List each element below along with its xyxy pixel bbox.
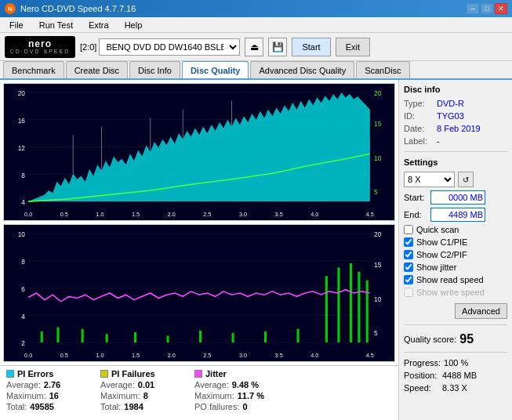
pi-errors-color	[6, 370, 14, 378]
svg-text:20: 20	[374, 230, 381, 238]
app-icon: N	[5, 3, 16, 14]
svg-text:0.5: 0.5	[60, 210, 68, 217]
svg-text:10: 10	[18, 230, 25, 238]
svg-rect-48	[350, 263, 352, 342]
speed-selector[interactable]: 8 X	[404, 172, 455, 187]
quick-scan-checkbox[interactable]	[404, 225, 413, 234]
show-jitter-label: Show jitter	[416, 262, 456, 272]
show-c1pie-label: Show C1/PIE	[416, 237, 467, 247]
toolbar: nero CD·DVD SPEED [2:0] BENQ DVD DD DW16…	[0, 33, 512, 61]
svg-rect-39	[106, 334, 108, 342]
svg-text:10: 10	[374, 154, 381, 162]
pi-errors-avg: 2.76	[44, 380, 60, 389]
quality-score-value: 95	[459, 332, 474, 346]
drive-label: [2:0]	[80, 42, 96, 52]
eject-button[interactable]: ⏏	[245, 38, 263, 56]
svg-text:15: 15	[374, 120, 381, 128]
svg-rect-36	[41, 331, 43, 342]
tab-create-disc[interactable]: Create Disc	[66, 61, 128, 78]
quality-score-row: Quality score: 95	[404, 332, 507, 346]
drive-combo[interactable]: BENQ DVD DD DW1640 BSLB	[99, 38, 240, 56]
show-c1pie-checkbox[interactable]	[404, 237, 413, 247]
settings-title: Settings	[404, 158, 507, 167]
save-button[interactable]: 💾	[268, 38, 287, 56]
divider-1	[404, 151, 507, 152]
pi-errors-label: PI Errors	[17, 369, 53, 378]
show-read-speed-checkbox[interactable]	[404, 275, 413, 284]
svg-text:4.5: 4.5	[366, 210, 374, 217]
chart-pi-failures: 10 8 6 4 2 20 15 10 5 0.0 0.5 1.0 1.5 2.…	[3, 224, 395, 362]
disc-label-row: Label: -	[404, 136, 507, 146]
quick-scan-label: Quick scan	[416, 225, 459, 234]
advanced-button[interactable]: Advanced	[455, 303, 507, 319]
end-mb-row: End:	[404, 208, 507, 222]
tab-scandisc[interactable]: ScanDisc	[356, 61, 409, 78]
chart-area: 20 16 12 8 4 20 15 10 5 0.0 0.5 1.0 1.5 …	[0, 80, 398, 365]
speed-row: Speed: 8.33 X	[404, 383, 507, 393]
svg-text:4: 4	[21, 198, 25, 206]
tab-disc-quality[interactable]: Disc Quality	[182, 61, 249, 78]
nero-logo-subtext: CD·DVD SPEED	[10, 49, 71, 54]
svg-rect-44	[264, 331, 267, 342]
svg-text:3.0: 3.0	[239, 210, 247, 217]
show-c2pif-row: Show C2/PIF	[404, 250, 507, 259]
divider-3	[404, 352, 507, 353]
svg-rect-45	[297, 329, 300, 342]
svg-text:20: 20	[374, 89, 381, 97]
svg-text:5: 5	[374, 188, 378, 196]
drive-selector: [2:0] BENQ DVD DD DW1640 BSLB	[80, 38, 240, 56]
exit-button[interactable]: Exit	[336, 38, 370, 56]
svg-text:10: 10	[374, 295, 381, 303]
menu-extra[interactable]: Extra	[82, 19, 115, 31]
stats-bar: PI Errors Average: 2.76 Maximum: 16 Tota…	[0, 365, 398, 420]
tab-benchmark[interactable]: Benchmark	[3, 61, 64, 78]
svg-text:3.5: 3.5	[275, 210, 283, 217]
tab-advanced-disc-quality[interactable]: Advanced Disc Quality	[250, 61, 354, 78]
tab-disc-info[interactable]: Disc Info	[129, 61, 180, 78]
svg-text:2.5: 2.5	[203, 210, 211, 217]
end-mb-input[interactable]	[430, 208, 485, 222]
progress-value: 100 %	[444, 358, 468, 368]
show-jitter-checkbox[interactable]	[404, 262, 413, 272]
svg-text:8: 8	[21, 171, 25, 179]
menu-file[interactable]: File	[3, 19, 30, 31]
stat-pi-errors: PI Errors Average: 2.76 Maximum: 16 Tota…	[6, 369, 85, 411]
svg-text:2.0: 2.0	[168, 351, 176, 358]
svg-text:12: 12	[18, 144, 25, 152]
svg-rect-43	[232, 333, 234, 342]
pi-errors-total: 49585	[30, 402, 54, 411]
show-c2pif-checkbox[interactable]	[404, 250, 413, 259]
svg-rect-50	[366, 281, 369, 342]
chart-pi-errors: 20 16 12 8 4 20 15 10 5 0.0 0.5 1.0 1.5 …	[3, 83, 395, 221]
show-write-speed-checkbox	[404, 288, 413, 297]
start-mb-input[interactable]	[430, 190, 485, 205]
svg-text:3.5: 3.5	[275, 351, 283, 358]
show-write-speed-row: Show write speed	[404, 288, 507, 297]
svg-rect-38	[82, 329, 84, 342]
jitter-label: Jitter	[205, 369, 227, 378]
menu-help[interactable]: Help	[118, 19, 149, 31]
minimize-button[interactable]: ─	[467, 3, 479, 14]
svg-text:1.0: 1.0	[96, 210, 103, 217]
start-button[interactable]: Start	[292, 38, 330, 56]
disc-id-row: ID: TYG03	[404, 111, 507, 121]
maximize-button[interactable]: □	[481, 3, 493, 14]
svg-text:2: 2	[21, 339, 25, 347]
menu-run-test[interactable]: Run Test	[33, 19, 79, 31]
title-bar: N Nero CD-DVD Speed 4.7.7.16 ─ □ ✕	[0, 0, 512, 17]
position-row: Position: 4488 MB	[404, 371, 507, 380]
pi-errors-max: 16	[49, 391, 59, 400]
svg-rect-40	[134, 332, 136, 342]
jitter-max: 11.7 %	[238, 391, 264, 400]
jitter-avg: 9.48 %	[232, 380, 259, 389]
close-button[interactable]: ✕	[495, 3, 507, 14]
refresh-button[interactable]: ↺	[458, 172, 474, 187]
pi-failures-color	[100, 370, 108, 378]
pi-failures-label: PI Failures	[111, 369, 155, 378]
speed-value: 8.33 X	[442, 383, 467, 393]
svg-text:15: 15	[374, 261, 381, 269]
pi-failures-avg: 0.01	[138, 380, 154, 389]
right-panel: Disc info Type: DVD-R ID: TYG03 Date: 8 …	[398, 80, 512, 420]
show-jitter-row: Show jitter	[404, 262, 507, 272]
disc-label-val: -	[437, 136, 440, 146]
